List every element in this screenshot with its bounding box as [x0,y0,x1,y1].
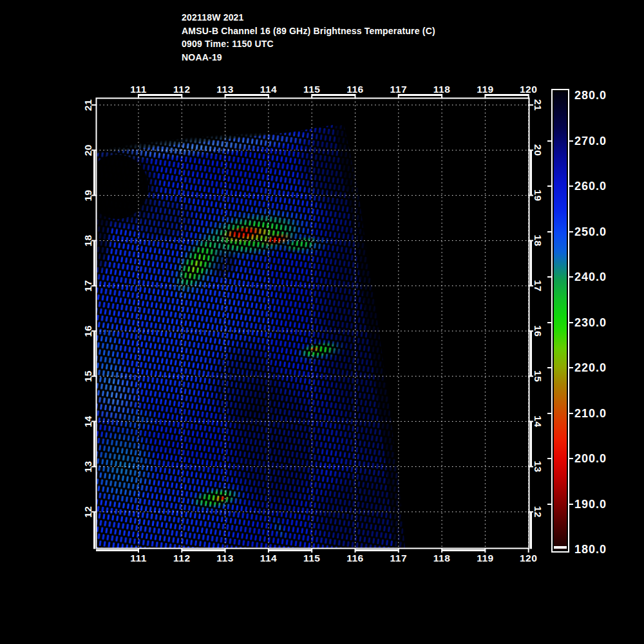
colorbar-tick [569,231,573,232]
colorbar-tick [547,185,551,187]
colorbar-tick-label: 230.0 [574,316,626,330]
x-tick-label-bottom: 120 [520,553,537,564]
colorbar-tick-label: 250.0 [574,225,626,239]
colorbar-tick [547,322,551,323]
tick-top [398,94,399,99]
tb-blob [117,407,158,433]
tick-top [441,94,442,99]
y-tick-label-left: 14 [82,415,93,427]
border-seg-bottom [96,549,138,551]
x-tick-label-top: 115 [303,84,321,95]
border-seg-right [530,421,532,466]
tb-blob [207,335,285,438]
y-tick-label-left: 13 [82,460,93,472]
x-tick-label-top: 114 [260,84,278,95]
colorbar-tick [547,367,551,368]
tick-top [181,94,182,99]
border-seg-bottom [182,549,225,551]
border-seg-bottom [442,549,485,551]
border-seg-left [93,512,95,549]
y-tick-label-right: 16 [533,325,544,337]
x-tick-label-top: 113 [216,84,234,95]
y-tick-label-left: 19 [82,189,93,201]
tick-top [311,94,312,99]
colorbar-tick [547,413,551,414]
tick-top [225,94,226,99]
colorbar-tick-label: 210.0 [574,406,626,421]
x-tick-label-bottom: 114 [260,553,278,564]
y-tick-label-right: 14 [533,415,544,427]
y-tick-label-right: 20 [533,144,544,156]
colorbar-tick [569,276,573,278]
x-tick-label-top: 116 [346,84,364,95]
colorbar-tick-label: 220.0 [574,361,626,375]
tick-top [138,94,139,99]
colorbar-tick [569,185,573,187]
y-tick-label-left: 18 [82,234,93,246]
colorbar-gradient [554,91,567,550]
y-tick-label-right: 15 [533,370,544,382]
swath-clip [39,97,470,580]
border-seg-bottom [355,549,399,551]
x-tick-label-bottom: 118 [433,553,451,564]
y-tick-label-right: 18 [533,234,544,246]
colorbar-tick-label: 190.0 [574,497,626,511]
y-tick-label-left: 20 [82,144,93,156]
x-tick-label-top: 120 [520,84,537,95]
x-tick-label-bottom: 113 [216,553,234,564]
satellite-swath [39,97,470,580]
tb-blob [294,109,378,219]
x-tick-label-bottom: 115 [303,553,321,564]
border-seg-right [530,150,532,195]
colorbar-tick-label: 200.0 [574,451,626,466]
y-tick-label-right: 17 [533,280,544,292]
y-tick-label-left: 17 [82,280,93,292]
x-tick-label-top: 111 [130,84,147,95]
y-tick-label-left: 15 [82,370,93,382]
colorbar-tick-label: 240.0 [574,270,626,284]
y-tick-label-right: 19 [533,189,544,201]
tick-top [528,94,529,99]
border-seg-left [93,331,95,376]
y-tick-label-right: 12 [533,506,544,518]
border-seg-bottom [269,549,312,551]
colorbar-tick [569,140,573,142]
tb-blob [87,421,158,509]
y-tick-label-left: 16 [82,325,93,337]
tb-blob [64,299,219,415]
colorbar-tick [569,413,573,414]
colorbar-tick [547,231,551,232]
x-tick-label-bottom: 111 [130,553,147,564]
colorbar-tick [547,504,551,505]
x-tick-label-top: 118 [433,84,451,95]
colorbar-tick [569,504,573,505]
colorbar-tick [569,458,573,459]
x-tick-label-bottom: 116 [346,553,364,564]
x-tick-label-top: 119 [477,84,494,95]
colorbar-tick [569,322,573,323]
colorbar-below-range-mark [554,546,567,549]
border-seg-right [530,512,532,549]
x-tick-label-bottom: 117 [390,553,408,564]
y-tick-label-left: 21 [82,99,93,111]
y-tick-label-left: 12 [82,506,93,518]
tick-top [484,94,486,99]
colorbar-tick [547,458,551,459]
colorbar-tick-label: 260.0 [574,179,626,193]
colorbar-tick-label: 180.0 [574,542,626,556]
y-tick-label-right: 21 [533,99,544,111]
border-seg-left [93,421,95,466]
colorbar-tick [547,276,551,278]
tick-top [355,94,356,99]
colorbar-tick-label: 280.0 [574,88,626,102]
tick-top [268,94,269,99]
x-tick-label-bottom: 112 [173,553,191,564]
x-tick-label-bottom: 119 [477,553,494,564]
screenshot-root: 202118W 2021 AMSU-B Channel 16 (89 GHz) … [0,0,644,644]
border-seg-left [93,241,95,286]
x-tick-label-top: 112 [173,84,191,95]
colorbar [551,89,569,553]
border-seg-right [530,331,532,376]
border-seg-left [93,150,95,195]
border-seg-right [530,241,532,286]
